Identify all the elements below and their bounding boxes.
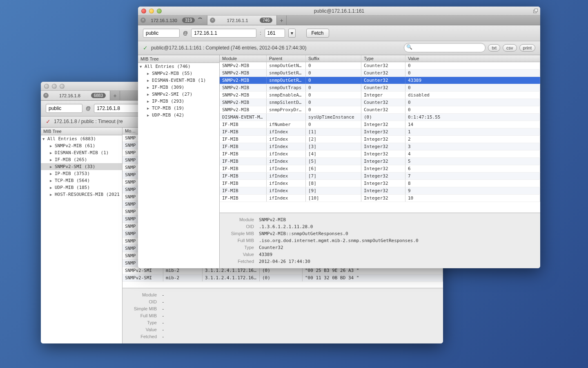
resize-icon[interactable] <box>533 9 538 13</box>
table-row[interactable]: IF-MIBifIndex[3]Integer323 <box>220 143 540 150</box>
chevron-right-icon: ▶ <box>147 113 151 117</box>
close-tab-icon[interactable]: × <box>140 18 146 23</box>
titlebar-fg[interactable]: public@172.16.1.1:161 <box>138 7 540 16</box>
col-suffix[interactable]: Suffix <box>306 55 361 62</box>
table-row[interactable]: SNMPv2-SMImib-23.1.1.2.4.1.172.16…(0)"00… <box>122 274 443 282</box>
add-tab-button[interactable]: + <box>277 16 287 25</box>
mib-tree-fg[interactable]: ▼All Entries (746)▶SNMPv2-MIB (55)▶DISMA… <box>138 63 219 268</box>
export-csv-button[interactable]: csv <box>503 44 517 52</box>
cell-val: 5 <box>405 158 540 165</box>
tree-item[interactable]: ▶IP-MIB (293) <box>138 98 219 105</box>
col-value[interactable]: Value <box>405 55 540 62</box>
minimize-icon[interactable] <box>52 84 57 89</box>
table-row[interactable]: IF-MIBifIndex[9]Integer329 <box>220 187 540 195</box>
cell-typ: Counter32 <box>361 62 405 69</box>
col-module[interactable]: Module <box>220 55 267 62</box>
tree-item-label: IP-MIB (293) <box>152 99 184 104</box>
port-dropdown-button[interactable]: ▾ <box>288 29 296 38</box>
table-row[interactable]: IF-MIBifIndex[6]Integer326 <box>220 165 540 173</box>
dl-fetched: Fetched <box>128 334 157 339</box>
mib-tree-bg[interactable]: ▼All Entries (6883)▶SNMPv2-MIB (61)▶DISM… <box>41 135 122 343</box>
tree-item[interactable]: ▼All Entries (6883) <box>41 135 122 142</box>
tab-fg-1[interactable]: × 172.16.1.1 746 <box>207 16 277 25</box>
cell-suf: [7] <box>306 173 361 180</box>
export-txt-button[interactable]: txt <box>488 44 500 52</box>
col-parent[interactable]: Parent <box>267 55 306 62</box>
tree-item-label: IF-MIB (265) <box>55 157 87 162</box>
print-button[interactable]: print <box>519 44 535 52</box>
fetch-button[interactable]: Fetch <box>306 29 329 38</box>
tree-item-label: HOST-RESOURCES-MIB (2021 <box>55 192 120 197</box>
dl-type: Type <box>128 320 157 325</box>
traffic-lights <box>141 9 162 13</box>
tree-item[interactable]: ▶TCP-MIB (564) <box>41 177 122 184</box>
zoom-icon[interactable] <box>157 9 162 13</box>
table-row[interactable]: IF-MIBifIndex[2]Integer322 <box>220 136 540 143</box>
add-tab-button[interactable]: + <box>110 91 120 100</box>
table-row[interactable]: SNMPv2-MIBsnmpOutTraps0Counter320 <box>220 84 540 92</box>
close-tab-icon[interactable]: × <box>43 93 49 98</box>
table-row[interactable]: IF-MIBifIndex[5]Integer325 <box>220 158 540 165</box>
community-input[interactable] <box>143 29 180 38</box>
table-row[interactable]: IF-MIBifIndex[1]Integer321 <box>220 128 540 136</box>
table-row[interactable]: SNMPv2-MIBsnmpProxyDro…0Counter320 <box>220 106 540 114</box>
table-row[interactable]: SNMPv2-MIBsnmpEnableAu…0Integerdisabled <box>220 92 540 99</box>
dl-value: Value <box>225 252 254 257</box>
cell-suf: [4] <box>306 150 361 157</box>
dv-full: .iso.org.dod.internet.mgmt.mib-2.snmp.sn… <box>259 238 419 243</box>
data-table-fg[interactable]: Module Parent Suffix Type Value SNMPv2-M… <box>220 55 540 213</box>
tree-item[interactable]: ▶IF-MIB (309) <box>138 84 219 91</box>
search-input[interactable] <box>404 43 486 52</box>
port-input[interactable] <box>265 29 285 38</box>
tab-fg-0[interactable]: × 172.16.1.130 319 <box>138 16 207 25</box>
cell-suf: 0 <box>306 92 361 99</box>
close-tab-icon[interactable]: × <box>210 18 215 23</box>
cell-val: 43389 <box>405 77 540 84</box>
cell-par: snmpOutTraps <box>267 84 306 91</box>
minimize-icon[interactable] <box>149 9 154 13</box>
check-icon: ✓ <box>143 45 148 51</box>
table-row[interactable]: SNMPv2-MIBsnmpOutGetRe…0Counter3243389 <box>220 77 540 84</box>
table-row[interactable]: IF-MIBifIndex[4]Integer324 <box>220 150 540 158</box>
col-module[interactable]: Modu <box>122 128 139 134</box>
dl-module: Module <box>225 217 254 222</box>
tree-item[interactable]: ▶IF-MIB (265) <box>41 156 122 163</box>
tree-item-label: UDP-MIB (42) <box>152 112 184 118</box>
tab-bg-0[interactable]: × 172.16.1.8 6883 <box>41 91 110 100</box>
table-row[interactable]: IF-MIBifNumber0Integer3214 <box>220 121 540 128</box>
table-row[interactable]: SNMPv2-MIBsnmpOutGetNe…0Counter320 <box>220 62 540 70</box>
ip-input[interactable] <box>191 29 256 38</box>
tree-item[interactable]: ▶UDP-MIB (185) <box>41 184 122 191</box>
zoom-icon[interactable] <box>60 84 65 89</box>
tree-item[interactable]: ▶SNMPv2-SMI (27) <box>138 91 219 98</box>
table-row[interactable]: DISMAN-EVENT-MIBsysUpTimeInstance(0)0:1:… <box>220 114 540 121</box>
tree-item[interactable]: ▶IP-MIB (3753) <box>41 170 122 177</box>
tree-item[interactable]: ▼All Entries (746) <box>138 63 219 70</box>
tree-item-label: SNMPv2-SMI (33) <box>55 164 95 169</box>
community-input[interactable] <box>46 104 82 113</box>
close-icon[interactable] <box>44 84 49 89</box>
table-row[interactable]: IF-MIBifIndex[8]Integer328 <box>220 180 540 187</box>
cell-mod: SNMP <box>122 238 139 245</box>
tree-item[interactable]: ▶SNMPv2-MIB (61) <box>41 142 122 149</box>
cell-par: ifIndex <box>267 158 306 165</box>
cell-mod: SNMP <box>122 157 139 164</box>
cell-mod: SNMPv2-MIB <box>220 62 267 69</box>
tree-item[interactable]: ▶UDP-MIB (42) <box>138 112 219 119</box>
cell-suf: 0 <box>306 106 361 113</box>
table-row[interactable]: SNMPv2-MIBsnmpSilentDr…0Counter320 <box>220 99 540 106</box>
table-row[interactable]: SNMPv2-MIBsnmpOutSetRe…0Counter320 <box>220 70 540 77</box>
cell-val: 1 <box>405 128 540 135</box>
col-type[interactable]: Type <box>361 55 405 62</box>
tree-item-label: DISMAN-EVENT-MIB (1) <box>152 78 206 83</box>
table-row[interactable]: IF-MIBifIndex[7]Integer327 <box>220 173 540 180</box>
tree-item[interactable]: ▶SNMPv2-SMI (33) <box>41 163 122 170</box>
tree-item[interactable]: ▶HOST-RESOURCES-MIB (2021 <box>41 191 122 198</box>
tree-item[interactable]: ▶SNMPv2-MIB (55) <box>138 70 219 77</box>
close-icon[interactable] <box>141 9 146 13</box>
tree-item[interactable]: ▶TCP-MIB (19) <box>138 105 219 112</box>
table-row[interactable]: IF-MIBifIndex[10]Integer3210 <box>220 195 540 202</box>
tree-item[interactable]: ▶DISMAN-EVENT-MIB (1) <box>138 77 219 84</box>
tree-item[interactable]: ▶DISMAN-EVENT-MIB (1) <box>41 149 122 156</box>
dl-value: Value <box>128 327 157 332</box>
